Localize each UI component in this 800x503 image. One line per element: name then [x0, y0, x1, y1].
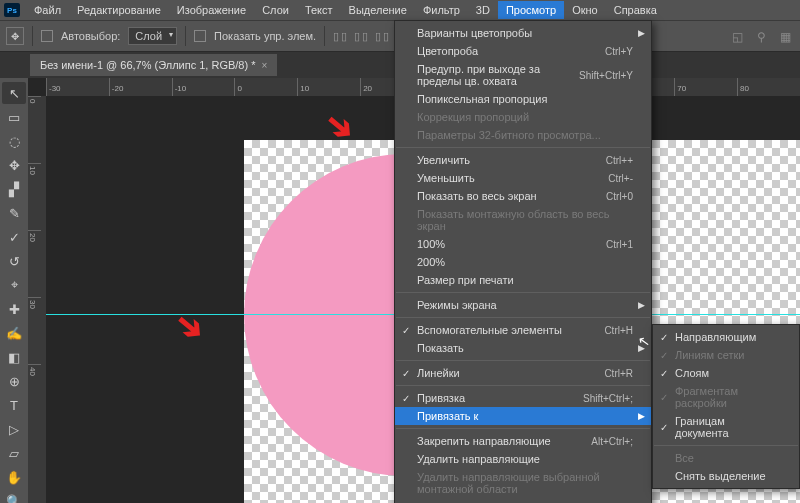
tool-8[interactable]: ⌖ — [2, 274, 26, 296]
snap-to-submenu: ✓Направляющим✓Линиям сетки✓Слоям✓Фрагмен… — [652, 324, 800, 489]
panel-icon[interactable]: ▦ — [776, 28, 794, 46]
autoselect-checkbox[interactable] — [41, 30, 53, 42]
menu-item[interactable]: 200% — [395, 253, 651, 271]
menu-редактирование[interactable]: Редактирование — [69, 1, 169, 19]
tool-16[interactable]: ✋ — [2, 466, 26, 488]
menu-справка[interactable]: Справка — [606, 1, 665, 19]
mouse-cursor: ↖ — [637, 332, 652, 350]
menu-item[interactable]: ✓Границам документа — [653, 412, 799, 442]
menu-item: ✓Линиям сетки — [653, 346, 799, 364]
menubar: Ps ФайлРедактированиеИзображениеСлоиТекс… — [0, 0, 800, 20]
menu-item[interactable]: Снять выделение — [653, 467, 799, 485]
share-icon[interactable]: ◱ — [728, 28, 746, 46]
menu-item[interactable]: УвеличитьCtrl++ — [395, 151, 651, 169]
menu-item[interactable]: Размер при печати — [395, 271, 651, 289]
menu-окно[interactable]: Окно — [564, 1, 606, 19]
menu-изображение[interactable]: Изображение — [169, 1, 254, 19]
menu-item[interactable]: ✓Вспомогательные элементыCtrl+H — [395, 321, 651, 339]
menu-item: ✓Фрагментам раскройки — [653, 382, 799, 412]
autoselect-label: Автовыбор: — [61, 30, 120, 42]
show-controls-label: Показать упр. элем. — [214, 30, 316, 42]
menu-item[interactable]: ЦветопробаCtrl+Y — [395, 42, 651, 60]
annotation-arrow: ➔ — [166, 302, 213, 351]
menu-3d[interactable]: 3D — [468, 1, 498, 19]
menu-просмотр[interactable]: Просмотр — [498, 1, 564, 19]
tool-6[interactable]: ✓ — [2, 226, 26, 248]
tool-14[interactable]: ▷ — [2, 418, 26, 440]
menu-item[interactable]: Варианты цветопробы▶ — [395, 24, 651, 42]
show-controls-checkbox[interactable] — [194, 30, 206, 42]
menu-item[interactable]: УменьшитьCtrl+- — [395, 169, 651, 187]
menu-item[interactable]: Закрепить направляющиеAlt+Ctrl+; — [395, 432, 651, 450]
tool-0[interactable]: ↖ — [2, 82, 26, 104]
menu-item[interactable]: Режимы экрана▶ — [395, 296, 651, 314]
menu-item[interactable]: ✓Слоям — [653, 364, 799, 382]
menu-текст[interactable]: Текст — [297, 1, 341, 19]
app-icon: Ps — [4, 3, 20, 17]
menu-item[interactable]: Привязать к▶ — [395, 407, 651, 425]
tool-11[interactable]: ◧ — [2, 346, 26, 368]
tool-3[interactable]: ✥ — [2, 154, 26, 176]
menu-файл[interactable]: Файл — [26, 1, 69, 19]
menu-item[interactable]: ✓ЛинейкиCtrl+R — [395, 364, 651, 382]
menu-item: Коррекция пропорций — [395, 108, 651, 126]
document-title: Без имени-1 @ 66,7% (Эллипс 1, RGB/8) * — [40, 59, 255, 71]
view-menu-dropdown: Варианты цветопробы▶ЦветопробаCtrl+YПред… — [394, 20, 652, 503]
menu-item[interactable]: ✓ПривязкаShift+Ctrl+; — [395, 389, 651, 407]
tool-9[interactable]: ✚ — [2, 298, 26, 320]
tool-15[interactable]: ▱ — [2, 442, 26, 464]
menu-item[interactable]: Попиксельная пропорция — [395, 90, 651, 108]
tool-5[interactable]: ✎ — [2, 202, 26, 224]
menu-item[interactable]: Удалить направляющие холста — [395, 498, 651, 503]
tool-13[interactable]: T — [2, 394, 26, 416]
tool-17[interactable]: 🔍 — [2, 490, 26, 503]
tool-7[interactable]: ↺ — [2, 250, 26, 272]
menu-item[interactable]: ✓Направляющим — [653, 328, 799, 346]
menu-item: Удалить направляющие выбранной монтажной… — [395, 468, 651, 498]
menu-item: Все — [653, 449, 799, 467]
tool-10[interactable]: ✍ — [2, 322, 26, 344]
move-tool-preset-icon[interactable]: ✥ — [6, 27, 24, 45]
document-tab[interactable]: Без имени-1 @ 66,7% (Эллипс 1, RGB/8) * … — [30, 54, 277, 76]
menu-item[interactable]: 100%Ctrl+1 — [395, 235, 651, 253]
layer-select[interactable]: Слой — [128, 27, 177, 45]
menu-item[interactable]: Удалить направляющие — [395, 450, 651, 468]
menu-item: Параметры 32-битного просмотра... — [395, 126, 651, 144]
close-tab-icon[interactable]: × — [261, 60, 267, 71]
tool-4[interactable]: ▞ — [2, 178, 26, 200]
menu-item: Показать монтажную область во весь экран — [395, 205, 651, 235]
tool-12[interactable]: ⊕ — [2, 370, 26, 392]
menu-item[interactable]: Показать во весь экранCtrl+0 — [395, 187, 651, 205]
tool-2[interactable]: ◌ — [2, 130, 26, 152]
tool-panel: ↖▭◌✥▞✎✓↺⌖✚✍◧⊕T▷▱✋🔍 — [0, 78, 28, 503]
menu-item[interactable]: Предупр. при выходе за пределы цв. охват… — [395, 60, 651, 90]
menu-item[interactable]: Показать▶ — [395, 339, 651, 357]
menu-слои[interactable]: Слои — [254, 1, 297, 19]
ruler-vertical[interactable]: 010203040 — [28, 96, 46, 503]
menu-выделение[interactable]: Выделение — [341, 1, 415, 19]
workspace-icons: ◱ ⚲ ▦ — [728, 28, 794, 46]
menu-фильтр[interactable]: Фильтр — [415, 1, 468, 19]
search-icon[interactable]: ⚲ — [752, 28, 770, 46]
tool-1[interactable]: ▭ — [2, 106, 26, 128]
